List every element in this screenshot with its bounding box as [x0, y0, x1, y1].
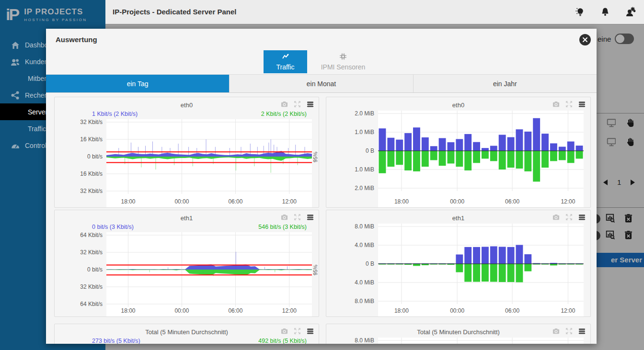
users-icon: [11, 57, 19, 66]
share-icon: [11, 91, 19, 100]
chart-header: Total (5 Minuten Durchschnitt): [55, 324, 319, 338]
menu-icon[interactable]: [307, 327, 314, 337]
home-icon: [11, 41, 19, 49]
svg-text:8.0 MiB: 8.0 MiB: [355, 338, 374, 344]
chart-card-0: eth0 1 Kbit/s (2 Kbit/s) 2 Kbit/s (2 Kbi…: [54, 97, 319, 208]
sidebar-item-label: Kunden: [25, 58, 48, 66]
chart-header: eth1: [326, 210, 590, 224]
period-tab-ein-Monat[interactable]: ein Monat: [230, 75, 413, 92]
svg-text:8.0 MiB: 8.0 MiB: [355, 298, 374, 305]
camera-icon[interactable]: [552, 327, 560, 337]
camera-icon[interactable]: [552, 214, 560, 223]
svg-text:00:00: 00:00: [174, 198, 189, 205]
tab-label: Traffic: [276, 63, 294, 71]
svg-text:16 Kbit/s: 16 Kbit/s: [80, 170, 103, 177]
chart-header: eth0: [326, 97, 590, 111]
menu-icon[interactable]: [578, 101, 586, 110]
camera-icon[interactable]: [281, 327, 288, 337]
svg-text:8.0 MiB: 8.0 MiB: [355, 224, 374, 230]
chart-plot[interactable]: 8.0 MiB4.0 MiB0 B4.0 MiB8.0 MiB18:0000:0…: [326, 224, 590, 316]
expand-icon[interactable]: [565, 214, 573, 223]
svg-text:32 Kbit/s: 32 Kbit/s: [80, 188, 103, 194]
svg-text:0 B: 0 B: [366, 260, 374, 267]
chart-plot[interactable]: 8.0 MiB4.0 MiB0 B4.0 MiB8.0 MiB18:0000:0…: [326, 338, 590, 344]
svg-text:16 Kbit/s: 16 Kbit/s: [80, 136, 103, 143]
svg-text:18:00: 18:00: [394, 198, 409, 205]
svg-text:12:00: 12:00: [561, 307, 575, 314]
svg-text:4.0 MiB: 4.0 MiB: [355, 242, 374, 248]
logo[interactable]: iP IP PROJECTS HOSTING BY PASSION: [0, 0, 105, 29]
svg-text:18:00: 18:00: [121, 198, 135, 205]
tab-ipmi-sensoren[interactable]: IPMI Sensoren: [307, 50, 379, 73]
svg-text:32 Kbit/s: 32 Kbit/s: [80, 283, 103, 290]
svg-text:4.0 MiB: 4.0 MiB: [355, 279, 374, 286]
outbound-label: 492 bit/s (5 Kbit/s): [258, 338, 307, 344]
svg-text:95%: 95%: [312, 152, 318, 162]
chart-io-labels: 1 Kbit/s (2 Kbit/s) 2 Kbit/s (2 Kbit/s): [55, 111, 319, 119]
period-tab-label: ein Monat: [307, 80, 336, 88]
expand-icon[interactable]: [294, 214, 301, 223]
expand-icon[interactable]: [565, 101, 573, 110]
svg-text:2.0 MiB: 2.0 MiB: [355, 185, 374, 192]
svg-text:06:00: 06:00: [228, 198, 242, 205]
svg-text:18:00: 18:00: [121, 307, 135, 314]
logo-mark: iP: [6, 5, 18, 24]
expand-icon[interactable]: [294, 327, 301, 337]
menu-icon[interactable]: [578, 327, 586, 337]
period-tab-label: ein Jahr: [493, 80, 517, 88]
svg-text:32 Kbit/s: 32 Kbit/s: [80, 249, 103, 256]
period-tab-label: ein Tag: [127, 80, 149, 88]
chart-title: eth0: [326, 102, 590, 109]
app-title: IP-Projects - Dedicated Server Panel: [113, 0, 236, 24]
chart-io-labels: 0 bit/s (3 Kbit/s) 546 bit/s (3 Kbit/s): [55, 224, 319, 232]
idea-bulb-icon[interactable]: [575, 7, 586, 17]
inbound-label: 1 Kbit/s (2 Kbit/s): [92, 111, 138, 117]
svg-text:00:00: 00:00: [450, 307, 464, 314]
auswertung-modal: Auswertung TrafficIPMI Sensoren ein Tage…: [46, 29, 597, 344]
svg-text:0 bit/s: 0 bit/s: [87, 266, 103, 273]
menu-icon[interactable]: [307, 101, 314, 110]
svg-text:1.0 MiB: 1.0 MiB: [355, 166, 374, 173]
close-icon[interactable]: [579, 34, 591, 45]
chart-header: eth0: [55, 97, 319, 111]
notifications-bell-icon[interactable]: [600, 7, 610, 17]
chart-io-labels: 273 bit/s (5 Kbit/s) 492 bit/s (5 Kbit/s…: [55, 338, 319, 344]
line-chart-icon: [282, 53, 289, 62]
sidebar-item-label: Traffic: [28, 125, 46, 133]
chart-plot[interactable]: 2.0 MiB1.0 MiB0 B1.0 MiB2.0 MiB18:0000:0…: [326, 111, 590, 207]
logo-brand: IP PROJECTS: [24, 7, 87, 17]
chart-plot[interactable]: 32 Kbit/s16 Kbit/s0 bit/s16 Kbit/s32 Kbi…: [55, 119, 319, 207]
expand-icon[interactable]: [565, 327, 573, 337]
chart-title: eth0: [55, 102, 319, 109]
period-tab-ein-Jahr[interactable]: ein Jahr: [414, 75, 597, 92]
camera-icon[interactable]: [281, 101, 288, 110]
camera-icon[interactable]: [552, 101, 560, 110]
outbound-label: 546 bit/s (3 Kbit/s): [258, 224, 307, 230]
modal-title: Auswertung: [56, 35, 97, 44]
menu-icon[interactable]: [578, 214, 586, 223]
outbound-label: 2 Kbit/s (2 Kbit/s): [261, 111, 307, 117]
chart-card-2: eth1 0 bit/s (3 Kbit/s) 546 bit/s (3 Kbi…: [54, 210, 319, 317]
tab-label: IPMI Sensoren: [321, 63, 366, 71]
camera-icon[interactable]: [281, 214, 288, 223]
svg-text:06:00: 06:00: [228, 307, 242, 314]
tab-traffic[interactable]: Traffic: [264, 50, 307, 73]
period-tab-ein-Tag[interactable]: ein Tag: [46, 75, 230, 92]
expand-icon[interactable]: [294, 101, 301, 110]
chart-card-1: eth0 2.0 MiB1.0 MiB0 B1.0 MiB2.0 MiB18:0…: [326, 97, 591, 208]
chart-card-5: Total (5 Minuten Durchschnitt) 8.0 MiB4.…: [326, 324, 591, 344]
svg-text:18:00: 18:00: [394, 307, 409, 314]
chart-plot[interactable]: 64 Kbit/s32 Kbit/s0 bit/s32 Kbit/s64 Kbi…: [55, 232, 319, 316]
inbound-label: 0 bit/s (3 Kbit/s): [92, 224, 134, 230]
chart-card-4: Total (5 Minuten Durchschnitt) 273 bit/s…: [54, 324, 319, 344]
svg-text:0 B: 0 B: [366, 147, 374, 154]
chart-title: Total (5 Minuten Durchschnitt): [55, 328, 319, 336]
svg-text:12:00: 12:00: [282, 307, 297, 314]
chart-card-3: eth1 8.0 MiB4.0 MiB0 B4.0 MiB8.0 MiB18:0…: [326, 210, 591, 317]
menu-icon[interactable]: [307, 214, 314, 223]
user-settings-icon[interactable]: [625, 7, 635, 17]
chart-title: eth1: [326, 215, 590, 222]
svg-text:32 Kbit/s: 32 Kbit/s: [80, 119, 103, 125]
svg-text:06:00: 06:00: [505, 198, 519, 205]
svg-text:00:00: 00:00: [450, 198, 464, 205]
